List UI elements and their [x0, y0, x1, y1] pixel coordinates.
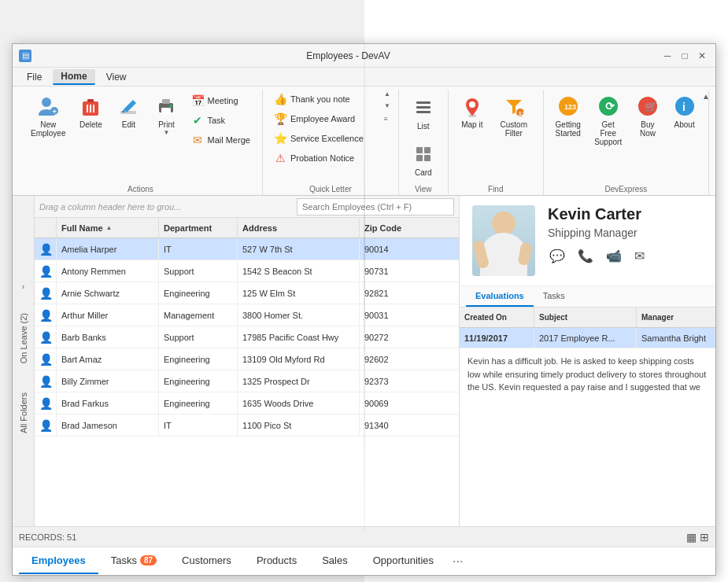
search-input[interactable]: [297, 198, 454, 215]
svg-text:+: +: [53, 108, 57, 116]
table-row[interactable]: 👤 Amelia Harper IT 527 W 7th St 90014: [35, 238, 459, 260]
scroll-more-icon[interactable]: ≡: [382, 115, 392, 123]
table-row[interactable]: 👤 Antony Remmen Support 1542 S Beacon St…: [35, 260, 459, 282]
col-icon: [35, 218, 57, 238]
buy-now-button[interactable]: 🛒 BuyNow: [630, 90, 666, 142]
buy-now-icon: 🛒: [635, 94, 660, 119]
task-button[interactable]: ✔ Task: [186, 111, 255, 130]
window-title: Employees - DevAV: [36, 50, 660, 61]
svg-rect-18: [416, 155, 423, 161]
row-dept: Engineering: [159, 392, 238, 414]
new-employee-icon: +: [35, 94, 61, 119]
employee-award-icon: 🏆: [275, 112, 287, 125]
devexpress-content: 123 GettingStarted ⟳ Get FreeSupport: [550, 90, 702, 195]
thank-you-icon: 👍: [275, 93, 287, 105]
table-row[interactable]: 👤 Brad Jameson IT 1100 Pico St 91340: [35, 414, 459, 436]
app-icon: ▤: [19, 50, 31, 62]
row-dept: IT: [159, 414, 238, 436]
nav-tab-tasks[interactable]: Tasks 87: [98, 548, 169, 574]
email-button[interactable]: ✉: [633, 247, 646, 265]
svg-point-0: [42, 98, 51, 107]
nav-tab-sales[interactable]: Sales: [309, 548, 360, 574]
eval-col-date[interactable]: Created On: [460, 308, 534, 327]
col-full-name-label: Full Name: [61, 223, 103, 233]
meeting-button[interactable]: 📅 Meeting: [186, 91, 255, 110]
row-name: Arnie Schwartz: [57, 282, 159, 304]
table-row[interactable]: 👤 Brad Farkus Engineering 1635 Woods Dri…: [35, 392, 459, 414]
eval-row-selected[interactable]: 11/19/2017 2017 Employee R... Samantha B…: [460, 328, 715, 348]
col-zip[interactable]: Zip Code: [360, 218, 423, 238]
nav-tab-customers[interactable]: Customers: [169, 548, 244, 574]
eval-col-subject[interactable]: Subject: [534, 308, 637, 327]
print-button[interactable]: Print ▼: [148, 90, 184, 140]
grid-view-icon[interactable]: ▦: [686, 531, 697, 543]
close-button[interactable]: ✕: [695, 49, 709, 63]
menu-view[interactable]: View: [98, 70, 135, 84]
table-row[interactable]: 👤 Arthur Miller Management 3800 Homer St…: [35, 304, 459, 326]
minimize-button[interactable]: ─: [660, 49, 674, 63]
phone-button[interactable]: 📞: [576, 247, 595, 265]
tab-tasks[interactable]: Tasks: [534, 286, 575, 307]
table-row[interactable]: 👤 Bart Arnaz Engineering 13109 Old Myfor…: [35, 348, 459, 370]
mail-merge-button[interactable]: ✉ Mail Merge: [186, 131, 255, 149]
all-folders-tab[interactable]: All Folders: [16, 386, 31, 440]
main-content: › On Leave (2) All Folders Drag a column…: [13, 196, 715, 526]
menu-file[interactable]: File: [19, 70, 50, 84]
ribbon-collapse-button[interactable]: ▲: [700, 90, 712, 102]
col-full-name[interactable]: Full Name ▲: [57, 218, 159, 238]
video-button[interactable]: 📹: [604, 247, 623, 265]
about-button[interactable]: i About: [667, 90, 702, 133]
eval-col-manager[interactable]: Manager: [637, 308, 715, 327]
table-row[interactable]: 👤 Arnie Schwartz Engineering 125 W Elm S…: [35, 282, 459, 304]
menu-home[interactable]: Home: [53, 69, 94, 85]
get-free-support-icon: ⟳: [596, 94, 621, 119]
table-row[interactable]: 👤 Barb Banks Support 17985 Pacific Coast…: [35, 326, 459, 348]
get-free-support-button[interactable]: ⟳ Get FreeSupport: [588, 90, 629, 150]
row-dept: Management: [159, 304, 238, 326]
actions-content: + NewEmployee: [25, 90, 256, 195]
list-view-button[interactable]: List: [405, 91, 442, 134]
probation-notice-button[interactable]: ⚠ Probation Notice: [269, 149, 379, 168]
on-leave-tab[interactable]: On Leave (2): [16, 307, 31, 370]
tab-evaluations[interactable]: Evaluations: [466, 286, 534, 307]
custom-filter-button[interactable]: 123 Custom Filter: [491, 90, 537, 142]
chat-button[interactable]: 💬: [548, 247, 567, 265]
nav-tab-opportunities[interactable]: Opportunities: [360, 548, 446, 574]
service-excellence-button[interactable]: ⭐ Service Excellence: [269, 129, 379, 148]
nav-tab-products[interactable]: Products: [244, 548, 309, 574]
left-arrow-icon[interactable]: ›: [22, 282, 24, 291]
scroll-up-icon[interactable]: ▲: [382, 90, 392, 98]
card-label: Card: [415, 168, 432, 177]
employee-award-button[interactable]: 🏆 Employee Award: [269, 109, 379, 128]
map-it-button[interactable]: Map it: [455, 90, 490, 133]
card-view-status-icon[interactable]: ⊞: [700, 531, 709, 543]
nav-tab-employees[interactable]: Employees: [19, 548, 98, 574]
getting-started-label: GettingStarted: [556, 120, 581, 138]
sort-arrow-icon: ▲: [106, 224, 113, 231]
delete-button[interactable]: Delete: [72, 90, 109, 133]
eval-subject: 2017 Employee R...: [534, 328, 637, 348]
maximize-button[interactable]: □: [678, 49, 692, 63]
profile-info: Kevin Carter Shipping Manager 💬 📞 📹 ✉: [548, 205, 703, 265]
thank-you-button[interactable]: 👍 Thank you note: [269, 90, 379, 109]
col-department[interactable]: Department: [159, 218, 238, 238]
row-dept: Engineering: [159, 348, 238, 370]
getting-started-button[interactable]: 123 GettingStarted: [550, 90, 586, 142]
row-name: Bart Arnaz: [57, 348, 159, 370]
profile-photo: [472, 205, 535, 276]
about-icon: i: [672, 94, 697, 119]
person-icon: 👤: [39, 353, 53, 366]
nav-more-button[interactable]: ···: [446, 551, 469, 572]
quick-letter-arrows: ▲ ▼ ≡: [382, 90, 392, 123]
row-name: Barb Banks: [57, 326, 159, 348]
card-view-button[interactable]: Card: [405, 138, 442, 181]
scroll-down-icon[interactable]: ▼: [382, 101, 392, 110]
col-address[interactable]: Address: [238, 218, 360, 238]
svg-text:i: i: [682, 101, 686, 113]
row-name: Brad Jameson: [57, 414, 159, 436]
new-employee-button[interactable]: + NewEmployee: [25, 90, 71, 142]
person-icon: 👤: [39, 309, 53, 322]
list-view-icon: [411, 95, 436, 120]
edit-button[interactable]: Edit: [110, 90, 146, 133]
table-row[interactable]: 👤 Billy Zimmer Engineering 1325 Prospect…: [35, 370, 459, 392]
